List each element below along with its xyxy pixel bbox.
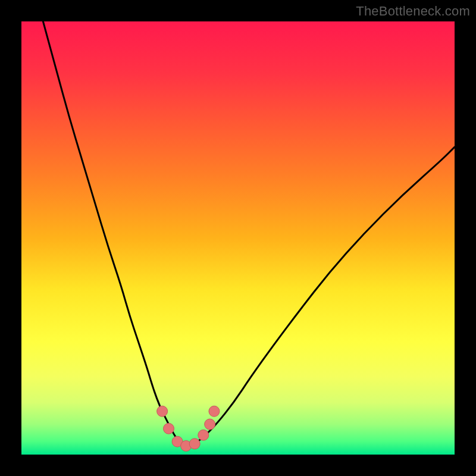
chart-svg (21, 21, 455, 455)
marker-point (164, 423, 174, 434)
chart-plot-area (21, 21, 455, 455)
marker-point (198, 430, 209, 440)
marker-point (205, 419, 215, 430)
marker-point (157, 406, 168, 416)
marker-point (189, 439, 200, 449)
marker-point (209, 406, 220, 416)
bottleneck-curve (43, 21, 455, 446)
outer-frame: TheBottleneck.com (0, 0, 476, 476)
watermark-text: TheBottleneck.com (356, 4, 470, 19)
